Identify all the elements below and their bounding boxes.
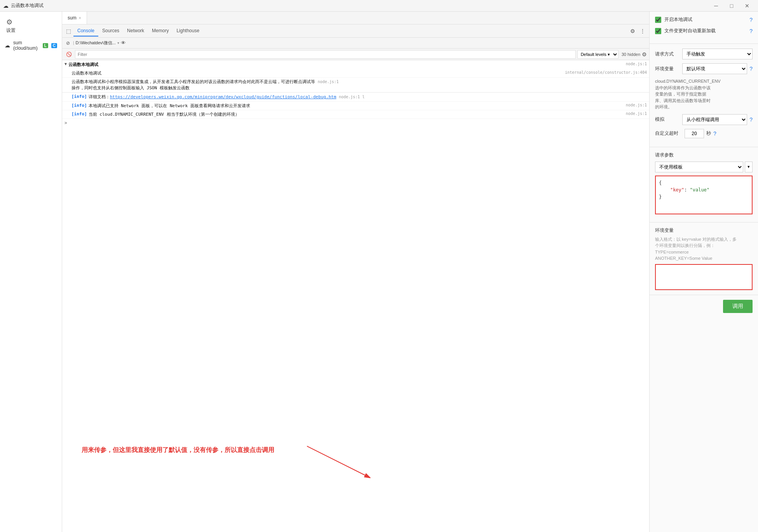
line-location-2: node.js:1	[626, 103, 647, 107]
timeout-row: 自定义超时 秒 ?	[655, 129, 753, 138]
titlebar-controls: ─ □ ✕	[708, 0, 755, 12]
collapse-icon[interactable]: ▼	[64, 62, 67, 66]
tab-memory[interactable]: Memory	[148, 26, 173, 37]
console-text-2: 云函数本地调试和小程序模拟器深度集成，从开发者工具小程序发起的对该云函数的请求均…	[71, 79, 647, 91]
tab-lighthouse[interactable]: Lighthouse	[173, 26, 203, 37]
tab-sources[interactable]: Sources	[98, 26, 123, 37]
doc-link[interactable]: https://developers.weixin.qq.com/minipro…	[110, 94, 336, 99]
tab-network[interactable]: Network	[123, 26, 148, 37]
path-bar: ⊘ | D:\Wechatdev\微信... ▾ 👁	[62, 38, 649, 49]
hidden-count: 30 hidden	[622, 52, 640, 57]
env-description: cloud.DYNAMIC_CURRENT_ENV 选中的环境将作为云函数中该 …	[655, 78, 753, 110]
request-method-row: 请求方式 手动触发	[655, 49, 753, 59]
devtools-more-icon[interactable]: ⋮	[638, 26, 648, 36]
line-location-3: node.js:1	[626, 111, 647, 116]
annotation-text: 用来传参，但这里我直接使用了默认值，没有传参，所以直接点击调用	[82, 446, 274, 454]
badge-l: L	[43, 43, 48, 48]
devtools-elements-icon[interactable]: ⬚	[64, 26, 73, 36]
badge-c: C	[51, 43, 57, 48]
mock-label: 模拟	[655, 116, 682, 123]
param-select-row: 不使用模板 ▾	[655, 162, 753, 172]
devtools-tabs: Console Sources Network Memory Lighthous…	[73, 26, 628, 37]
env-var-select[interactable]: 默认环境	[682, 63, 747, 74]
params-title: 请求参数	[655, 152, 753, 158]
invoke-button[interactable]: 调用	[723, 300, 753, 313]
timeout-label: 自定义超时	[655, 130, 682, 137]
info-tag-1: [info]	[71, 94, 87, 99]
tab-close-button[interactable]: ×	[79, 16, 81, 20]
auto-reload-option: 文件变更时自动重新加载 ?	[655, 28, 753, 34]
eye-icon[interactable]: 👁	[121, 40, 126, 46]
gear-icon[interactable]: ⚙	[6, 18, 12, 26]
annotation-group: 用来传参，但这里我直接使用了默认值，没有传参，所以直接点击调用	[82, 446, 274, 454]
console-text-1: 云函数本地调试	[71, 70, 563, 76]
env-help-icon[interactable]: ?	[749, 66, 753, 72]
sidebar-toggle-button[interactable]: ⊘	[64, 40, 71, 47]
sidebar-item-label: sum (cloud/sum)	[13, 40, 40, 51]
settings-section: ⚙ 设置	[0, 15, 62, 37]
annotation-overlay: 用来传参，但这里我直接使用了默认值，没有传参，所以直接点击调用	[62, 60, 649, 532]
filter-settings-button[interactable]: ⚙	[642, 51, 647, 57]
console-area[interactable]: ▼ 云函数本地调试 node.js:1 云函数本地调试 internal/con…	[62, 60, 649, 532]
minimize-button[interactable]: ─	[708, 0, 724, 12]
sidebar-item-sum[interactable]: ☁ sum (cloud/sum) L C	[0, 37, 62, 54]
console-info-text-3: 当前 cloud.DYNAMIC_CURRENT_ENV 相当于默认环境（第一个…	[89, 111, 624, 117]
code-line-2: "key": "value"	[659, 187, 709, 193]
mock-select[interactable]: 从小程序端调用	[682, 114, 747, 125]
timeout-input[interactable]	[685, 129, 704, 138]
local-debug-label: 开启本地调试	[664, 16, 746, 23]
env-vars-textarea[interactable]	[656, 265, 752, 288]
path-text: D:\Wechatdev\微信...	[76, 40, 116, 46]
close-button[interactable]: ✕	[739, 0, 755, 12]
console-line-2: 云函数本地调试和小程序模拟器深度集成，从开发者工具小程序发起的对该云函数的请求均…	[62, 78, 649, 92]
filter-input[interactable]	[75, 50, 576, 59]
path-dropdown-icon[interactable]: ▾	[117, 41, 119, 45]
devtools-settings-icon[interactable]: ⚙	[628, 26, 638, 36]
local-debug-help-icon[interactable]: ?	[749, 17, 753, 23]
code-line-1: {	[659, 180, 662, 186]
env-vars-hint: 输入格式：以 key=value 对的格式输入，多个环境变量间以换行分隔，例：T…	[655, 236, 753, 262]
tab-sum[interactable]: sum ×	[62, 12, 87, 24]
clear-console-button[interactable]: 🚫	[64, 51, 73, 58]
console-info-line-3: [info] 当前 cloud.DYNAMIC_CURRENT_ENV 相当于默…	[62, 110, 649, 119]
console-info-line-2: [info] 本地调试已支持 Network 面板，可以在 Network 面板…	[62, 102, 649, 110]
console-info-text-2: 本地调试已支持 Network 面板，可以在 Network 面板查看网络请求和…	[89, 103, 624, 109]
level-select[interactable]: Default levels ▾	[577, 50, 619, 59]
devtools-toolbar: ⬚ Console Sources Network Memory Lightho…	[62, 24, 649, 38]
request-method-select[interactable]: 手动触发	[682, 49, 753, 59]
options-section: 开启本地调试 ? 文件变更时自动重新加载 ?	[650, 12, 758, 44]
maximize-button[interactable]: □	[724, 0, 739, 12]
env-vars-section: 环境变量 输入格式：以 key=value 对的格式输入，多个环境变量间以换行分…	[650, 223, 758, 295]
param-more-button[interactable]: ▾	[745, 162, 753, 172]
filter-bar: 🚫 Default levels ▾ 30 hidden ⚙	[62, 49, 649, 60]
settings-label[interactable]: 设置	[6, 27, 16, 34]
env-vars-input-container	[655, 264, 753, 290]
info-tag-3: [info]	[71, 111, 87, 116]
console-group: ▼ 云函数本地调试 node.js:1 云函数本地调试 internal/con…	[62, 60, 649, 93]
tab-bar: sum ×	[62, 12, 649, 24]
invoke-section: 调用	[650, 295, 758, 318]
info-tag-2: [info]	[71, 103, 87, 108]
local-debug-checkbox[interactable]	[655, 17, 661, 23]
line-location-1: internal/console/constructor.js:404	[565, 70, 647, 75]
console-line: 云函数本地调试 internal/console/constructor.js:…	[62, 69, 649, 78]
prompt-icon: >	[64, 120, 67, 125]
auto-reload-label: 文件变更时自动重新加载	[664, 28, 746, 34]
mock-row: 模拟 从小程序端调用 ?	[655, 114, 753, 125]
code-editor[interactable]: { "key": "value" }	[655, 176, 753, 214]
tab-label: sum	[68, 15, 77, 21]
local-debug-option: 开启本地调试 ?	[655, 16, 753, 23]
timeout-help-icon[interactable]: ?	[713, 130, 716, 137]
titlebar: ☁ 云函数本地调试 ─ □ ✕	[0, 0, 758, 12]
svg-line-0	[307, 446, 369, 477]
mock-help-icon[interactable]: ?	[749, 116, 753, 123]
auto-reload-help-icon[interactable]: ?	[749, 28, 753, 34]
params-section: 请求参数 不使用模板 ▾ { "key": "value" }	[650, 147, 758, 223]
tab-console[interactable]: Console	[73, 26, 98, 37]
titlebar-title: 云函数本地调试	[11, 2, 44, 9]
group-location: node.js:1	[626, 62, 647, 66]
auto-reload-checkbox[interactable]	[655, 28, 661, 34]
env-var-row: 环境变量 默认环境 ?	[655, 63, 753, 74]
group-title: 云函数本地调试	[68, 62, 98, 68]
param-template-select[interactable]: 不使用模板	[655, 162, 743, 172]
